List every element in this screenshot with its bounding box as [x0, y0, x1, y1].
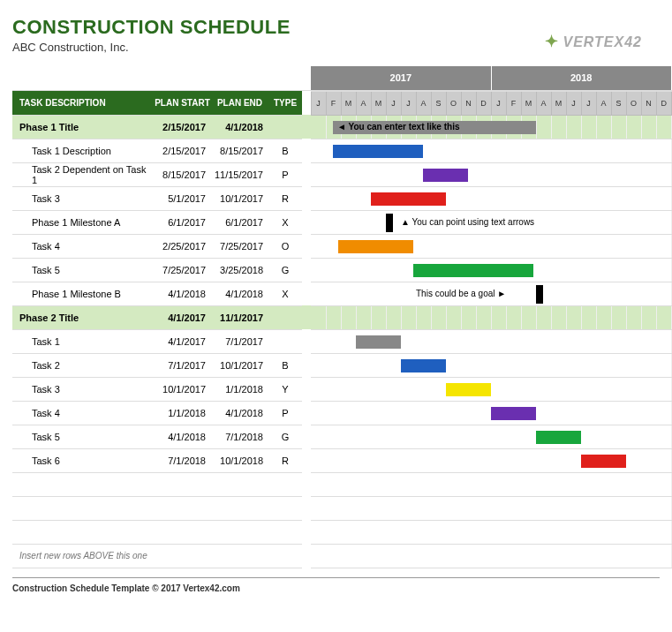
task-name-cell[interactable]: Phase 1 Milestone A [12, 210, 154, 234]
schedule-table: 2017 2018 TASK DESCRIPTION PLAN START PL… [12, 66, 672, 568]
task-name-cell[interactable]: Task 1 [12, 329, 154, 353]
type-cell[interactable] [268, 115, 302, 139]
plan-end-cell[interactable]: 1/1/2018 [211, 377, 268, 401]
type-cell[interactable]: P [268, 162, 302, 186]
month-cell: F [326, 91, 341, 115]
type-cell[interactable]: B [268, 353, 302, 377]
plan-end-cell[interactable]: 3/25/2018 [211, 258, 268, 282]
year-2018: 2018 [491, 66, 671, 90]
table-row[interactable]: Task 35/1/201710/1/2017R [12, 186, 671, 210]
type-cell[interactable] [268, 305, 302, 329]
col-plan-start: PLAN START [154, 90, 211, 115]
plan-start-cell[interactable]: 7/25/2017 [154, 258, 211, 282]
month-cell: J [311, 91, 326, 115]
plan-start-cell[interactable]: 4/1/2018 [154, 282, 211, 305]
type-cell[interactable]: G [268, 425, 302, 448]
plan-start-cell[interactable]: 4/1/2017 [154, 305, 211, 329]
plan-end-cell[interactable]: 4/1/2018 [211, 282, 268, 305]
gantt-bar [581, 455, 626, 468]
task-name-cell[interactable]: Task 1 Description [12, 139, 154, 162]
plan-start-cell[interactable]: 5/1/2017 [154, 186, 211, 210]
gantt-bar [333, 145, 423, 158]
task-name-cell[interactable]: Task 2 Dependent on Task 1 [12, 162, 154, 186]
task-name-cell[interactable]: Task 3 [12, 186, 154, 210]
plan-start-cell[interactable]: 4/1/2018 [154, 425, 211, 448]
task-name-cell[interactable]: Task 3 [12, 377, 154, 401]
month-cell: D [476, 91, 491, 115]
table-row[interactable]: Task 27/1/201710/1/2017B [12, 353, 671, 377]
plan-start-cell[interactable]: 1/1/2018 [154, 401, 211, 425]
insert-note-row: Insert new rows ABOVE this one [12, 544, 671, 568]
plan-start-cell[interactable]: 2/25/2017 [154, 234, 211, 258]
type-cell[interactable]: G [268, 258, 302, 282]
task-name-cell[interactable]: Task 6 [12, 448, 154, 472]
month-cell: S [431, 91, 446, 115]
plan-start-cell[interactable]: 7/1/2018 [154, 448, 211, 472]
table-row[interactable]: Task 1 Description2/15/20178/15/2017B [12, 139, 671, 162]
month-cell: O [446, 91, 461, 115]
type-cell[interactable]: R [268, 186, 302, 210]
table-row[interactable]: Task 57/25/20173/25/2018G [12, 258, 671, 282]
annotation-text: This could be a goal ► [416, 282, 671, 305]
task-name-cell[interactable]: Phase 1 Title [12, 115, 154, 139]
month-cell: M [341, 91, 356, 115]
plan-end-cell[interactable]: 10/1/2017 [211, 353, 268, 377]
table-row[interactable]: Phase 1 Milestone A6/1/20176/1/2017X▲ Yo… [12, 210, 671, 234]
table-row[interactable]: Phase 1 Title2/15/20174/1/2018◄ You can … [12, 115, 671, 139]
task-name-cell[interactable]: Task 4 [12, 234, 154, 258]
task-name-cell[interactable]: Phase 2 Title [12, 305, 154, 329]
month-cell: M [551, 91, 566, 115]
table-row[interactable]: Phase 1 Milestone B4/1/20184/1/2018XThis… [12, 282, 671, 305]
plan-end-cell[interactable]: 7/1/2017 [211, 329, 268, 353]
type-cell[interactable]: O [268, 234, 302, 258]
gantt-bar [536, 431, 581, 444]
plan-start-cell[interactable]: 4/1/2017 [154, 329, 211, 353]
gantt-bar [338, 240, 413, 253]
plan-end-cell[interactable]: 6/1/2017 [211, 210, 268, 234]
plan-end-cell[interactable]: 10/1/2017 [211, 186, 268, 210]
type-cell[interactable]: Y [268, 377, 302, 401]
table-row[interactable]: Task 54/1/20187/1/2018G [12, 425, 671, 448]
table-row[interactable]: Task 310/1/20171/1/2018Y [12, 377, 671, 401]
type-cell[interactable] [268, 329, 302, 353]
month-cell: A [596, 91, 611, 115]
gantt-bar [401, 359, 446, 372]
task-name-cell[interactable]: Task 4 [12, 401, 154, 425]
task-name-cell[interactable]: Task 5 [12, 425, 154, 448]
plan-start-cell[interactable]: 7/1/2017 [154, 353, 211, 377]
plan-end-cell[interactable]: 10/1/2018 [211, 448, 268, 472]
task-name-cell[interactable]: Phase 1 Milestone B [12, 282, 154, 305]
insert-note-text: Insert new rows ABOVE this one [12, 544, 154, 568]
table-row[interactable]: Phase 2 Title4/1/201711/1/2017 [12, 305, 671, 329]
task-name-cell[interactable]: Task 2 [12, 353, 154, 377]
table-row[interactable]: Task 42/25/20177/25/2017O [12, 234, 671, 258]
plan-end-cell[interactable]: 7/1/2018 [211, 425, 268, 448]
month-cell: A [416, 91, 431, 115]
type-cell[interactable]: X [268, 210, 302, 234]
plan-start-cell[interactable]: 8/15/2017 [154, 162, 211, 186]
month-cell: A [356, 91, 371, 115]
task-name-cell[interactable]: Task 5 [12, 258, 154, 282]
table-row[interactable]: Task 41/1/20184/1/2018P [12, 401, 671, 425]
table-row[interactable]: Task 14/1/20177/1/2017 [12, 329, 671, 353]
plan-end-cell[interactable]: 4/1/2018 [211, 115, 268, 139]
plan-start-cell[interactable]: 2/15/2017 [154, 115, 211, 139]
type-cell[interactable]: R [268, 448, 302, 472]
month-cell: J [386, 91, 401, 115]
type-cell[interactable]: P [268, 401, 302, 425]
gantt-bar [423, 169, 468, 182]
plan-end-cell[interactable]: 11/1/2017 [211, 305, 268, 329]
type-cell[interactable]: X [268, 282, 302, 305]
col-type: TYPE [268, 90, 302, 115]
table-row[interactable]: Task 67/1/201810/1/2018R [12, 448, 671, 472]
plan-end-cell[interactable]: 4/1/2018 [211, 401, 268, 425]
gantt-bar [413, 264, 533, 277]
plan-start-cell[interactable]: 6/1/2017 [154, 210, 211, 234]
plan-end-cell[interactable]: 7/25/2017 [211, 234, 268, 258]
type-cell[interactable]: B [268, 139, 302, 162]
plan-start-cell[interactable]: 10/1/2017 [154, 377, 211, 401]
plan-end-cell[interactable]: 8/15/2017 [211, 139, 268, 162]
table-row[interactable]: Task 2 Dependent on Task 18/15/201711/15… [12, 162, 671, 186]
plan-start-cell[interactable]: 2/15/2017 [154, 139, 211, 162]
plan-end-cell[interactable]: 11/15/2017 [211, 162, 268, 186]
